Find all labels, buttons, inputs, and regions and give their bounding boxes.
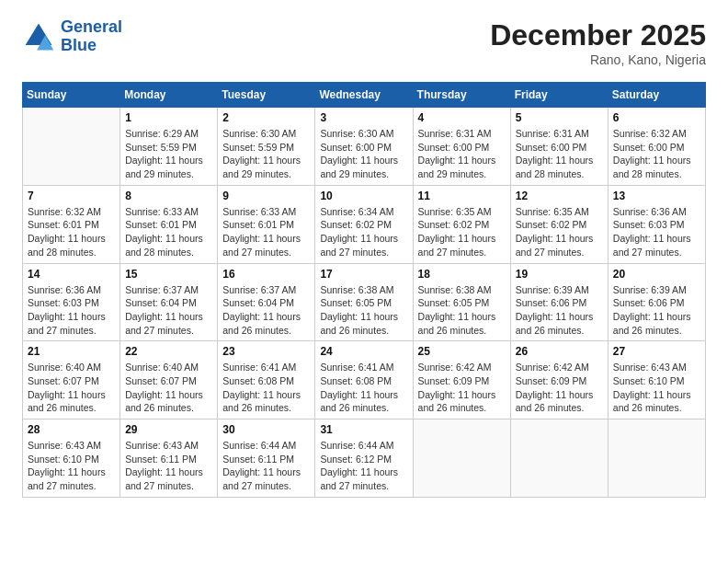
calendar-cell: 28Sunrise: 6:43 AMSunset: 6:10 PMDayligh… [23,419,120,498]
day-number: 6 [613,111,700,124]
cell-sun-info: Sunrise: 6:44 AMSunset: 6:11 PMDaylight:… [222,439,310,493]
calendar-cell: 30Sunrise: 6:44 AMSunset: 6:11 PMDayligh… [218,419,315,498]
calendar-cell: 24Sunrise: 6:41 AMSunset: 6:08 PMDayligh… [315,341,413,419]
day-number: 15 [125,268,212,281]
weekday-header: Saturday [608,83,705,108]
cell-sun-info: Sunrise: 6:40 AMSunset: 6:07 PMDaylight:… [28,361,115,415]
calendar-week-row: 28Sunrise: 6:43 AMSunset: 6:10 PMDayligh… [23,419,706,498]
calendar-cell: 7Sunrise: 6:32 AMSunset: 6:01 PMDaylight… [23,185,120,263]
cell-sun-info: Sunrise: 6:42 AMSunset: 6:09 PMDaylight:… [418,361,506,415]
cell-sun-info: Sunrise: 6:33 AMSunset: 6:01 PMDaylight:… [125,205,212,259]
day-number: 21 [28,345,115,358]
day-number: 20 [613,268,700,281]
day-number: 14 [28,268,115,281]
calendar-cell: 9Sunrise: 6:33 AMSunset: 6:01 PMDaylight… [218,185,315,263]
cell-sun-info: Sunrise: 6:31 AMSunset: 6:00 PMDaylight:… [418,127,506,181]
calendar-week-row: 7Sunrise: 6:32 AMSunset: 6:01 PMDaylight… [23,185,706,263]
cell-sun-info: Sunrise: 6:32 AMSunset: 6:00 PMDaylight:… [613,127,700,181]
day-number: 10 [320,190,407,202]
logo-text: General Blue [61,18,122,55]
weekday-header: Friday [510,83,608,108]
calendar-table: SundayMondayTuesdayWednesdayThursdayFrid… [22,82,706,498]
day-number: 7 [28,190,115,202]
day-number: 8 [125,190,212,202]
month-title: December 2025 [490,18,706,52]
day-number: 31 [320,423,407,436]
calendar-cell: 5Sunrise: 6:31 AMSunset: 6:00 PMDaylight… [510,108,608,186]
page-header: General Blue December 2025 Rano, Kano, N… [22,18,706,67]
cell-sun-info: Sunrise: 6:38 AMSunset: 6:05 PMDaylight:… [320,283,407,338]
day-number: 27 [613,345,700,358]
calendar-cell: 27Sunrise: 6:43 AMSunset: 6:10 PMDayligh… [608,341,705,419]
day-number: 5 [516,111,603,124]
calendar-cell [608,419,705,498]
cell-sun-info: Sunrise: 6:31 AMSunset: 6:00 PMDaylight:… [516,127,603,181]
calendar-cell: 25Sunrise: 6:42 AMSunset: 6:09 PMDayligh… [413,341,510,419]
calendar-cell: 6Sunrise: 6:32 AMSunset: 6:00 PMDaylight… [608,108,705,186]
calendar-cell: 17Sunrise: 6:38 AMSunset: 6:05 PMDayligh… [315,263,413,341]
day-number: 1 [125,111,212,124]
day-number: 4 [418,111,506,124]
calendar-cell: 26Sunrise: 6:42 AMSunset: 6:09 PMDayligh… [510,341,608,419]
calendar-cell: 29Sunrise: 6:43 AMSunset: 6:11 PMDayligh… [120,419,218,498]
calendar-cell: 1Sunrise: 6:29 AMSunset: 5:59 PMDaylight… [120,108,218,186]
day-number: 30 [222,423,310,436]
cell-sun-info: Sunrise: 6:43 AMSunset: 6:10 PMDaylight:… [28,439,115,493]
cell-sun-info: Sunrise: 6:38 AMSunset: 6:05 PMDaylight:… [418,283,506,338]
calendar-cell: 15Sunrise: 6:37 AMSunset: 6:04 PMDayligh… [120,263,218,341]
calendar-week-row: 1Sunrise: 6:29 AMSunset: 5:59 PMDaylight… [23,108,706,186]
calendar-cell: 14Sunrise: 6:36 AMSunset: 6:03 PMDayligh… [23,263,120,341]
calendar-cell: 18Sunrise: 6:38 AMSunset: 6:05 PMDayligh… [413,263,510,341]
cell-sun-info: Sunrise: 6:44 AMSunset: 6:12 PMDaylight:… [320,439,407,493]
calendar-cell [510,419,608,498]
cell-sun-info: Sunrise: 6:32 AMSunset: 6:01 PMDaylight:… [28,205,115,259]
cell-sun-info: Sunrise: 6:43 AMSunset: 6:10 PMDaylight:… [613,361,700,415]
calendar-cell [23,108,120,186]
cell-sun-info: Sunrise: 6:43 AMSunset: 6:11 PMDaylight:… [125,439,212,493]
day-number: 26 [516,345,603,358]
calendar-cell: 10Sunrise: 6:34 AMSunset: 6:02 PMDayligh… [315,185,413,263]
weekday-header: Tuesday [218,83,315,108]
weekday-header: Wednesday [315,83,413,108]
cell-sun-info: Sunrise: 6:37 AMSunset: 6:04 PMDaylight:… [125,283,212,338]
day-number: 11 [418,190,506,202]
weekday-header: Thursday [413,83,510,108]
cell-sun-info: Sunrise: 6:29 AMSunset: 5:59 PMDaylight:… [125,127,212,181]
logo-icon [22,20,55,53]
day-number: 25 [418,345,506,358]
header-row: SundayMondayTuesdayWednesdayThursdayFrid… [23,83,706,108]
day-number: 22 [125,345,212,358]
cell-sun-info: Sunrise: 6:33 AMSunset: 6:01 PMDaylight:… [222,205,310,259]
cell-sun-info: Sunrise: 6:37 AMSunset: 6:04 PMDaylight:… [222,283,310,338]
cell-sun-info: Sunrise: 6:30 AMSunset: 6:00 PMDaylight:… [320,127,407,181]
calendar-cell: 19Sunrise: 6:39 AMSunset: 6:06 PMDayligh… [510,263,608,341]
cell-sun-info: Sunrise: 6:40 AMSunset: 6:07 PMDaylight:… [125,361,212,415]
title-block: December 2025 Rano, Kano, Nigeria [490,18,706,67]
calendar-cell: 2Sunrise: 6:30 AMSunset: 5:59 PMDaylight… [218,108,315,186]
cell-sun-info: Sunrise: 6:41 AMSunset: 6:08 PMDaylight:… [222,361,310,415]
cell-sun-info: Sunrise: 6:36 AMSunset: 6:03 PMDaylight:… [613,205,700,259]
calendar-cell: 20Sunrise: 6:39 AMSunset: 6:06 PMDayligh… [608,263,705,341]
cell-sun-info: Sunrise: 6:36 AMSunset: 6:03 PMDaylight:… [28,283,115,338]
calendar-cell: 22Sunrise: 6:40 AMSunset: 6:07 PMDayligh… [120,341,218,419]
cell-sun-info: Sunrise: 6:41 AMSunset: 6:08 PMDaylight:… [320,361,407,415]
day-number: 13 [613,190,700,202]
day-number: 12 [516,190,603,202]
calendar-cell: 8Sunrise: 6:33 AMSunset: 6:01 PMDaylight… [120,185,218,263]
day-number: 24 [320,345,407,358]
cell-sun-info: Sunrise: 6:35 AMSunset: 6:02 PMDaylight:… [418,205,506,259]
calendar-cell: 31Sunrise: 6:44 AMSunset: 6:12 PMDayligh… [315,419,413,498]
calendar-cell: 13Sunrise: 6:36 AMSunset: 6:03 PMDayligh… [608,185,705,263]
calendar-week-row: 21Sunrise: 6:40 AMSunset: 6:07 PMDayligh… [23,341,706,419]
cell-sun-info: Sunrise: 6:34 AMSunset: 6:02 PMDaylight:… [320,205,407,259]
day-number: 29 [125,423,212,436]
cell-sun-info: Sunrise: 6:39 AMSunset: 6:06 PMDaylight:… [613,283,700,338]
day-number: 18 [418,268,506,281]
weekday-header: Sunday [23,83,120,108]
location: Rano, Kano, Nigeria [490,52,706,67]
day-number: 9 [222,190,310,202]
calendar-week-row: 14Sunrise: 6:36 AMSunset: 6:03 PMDayligh… [23,263,706,341]
calendar-cell: 4Sunrise: 6:31 AMSunset: 6:00 PMDaylight… [413,108,510,186]
weekday-header: Monday [120,83,218,108]
logo: General Blue [22,18,122,55]
